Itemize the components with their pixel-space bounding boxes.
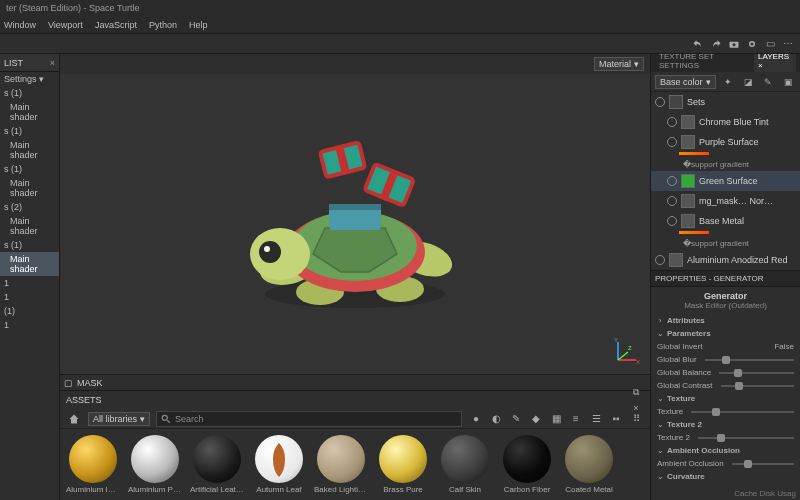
- layer-name: mg_mask… Nor…: [699, 196, 796, 206]
- texture-set-item[interactable]: (1): [0, 304, 59, 318]
- visibility-icon[interactable]: [667, 196, 677, 206]
- texture-set-item[interactable]: 1: [0, 276, 59, 290]
- menu-window[interactable]: Window: [4, 20, 36, 30]
- texture-set-item[interactable]: s (1): [0, 238, 59, 252]
- alpha-icon[interactable]: ◆: [528, 411, 544, 427]
- display-icon[interactable]: ▭: [762, 36, 778, 52]
- param-row[interactable]: Global Contrast: [651, 379, 800, 392]
- brush-icon[interactable]: ✎: [508, 411, 524, 427]
- menu-bar: Window Viewport JavaScript Python Help: [0, 16, 800, 34]
- material-dropdown[interactable]: Material ▾: [594, 57, 644, 71]
- texture-slider[interactable]: [691, 411, 794, 413]
- section-curvature[interactable]: ⌄Curvature: [651, 470, 800, 483]
- param-row[interactable]: Global InvertFalse: [651, 340, 800, 353]
- list-view-icon[interactable]: ☰: [588, 411, 604, 427]
- mask-editor-label[interactable]: Mask Editor (Outdated): [651, 301, 800, 310]
- asset-item[interactable]: Artificial Leather: [190, 435, 244, 494]
- param-slider[interactable]: [721, 385, 794, 387]
- shader-item[interactable]: Main shader: [0, 100, 59, 124]
- visibility-icon[interactable]: [667, 117, 677, 127]
- section-ao[interactable]: ⌄Ambient Occlusion: [651, 444, 800, 457]
- visibility-icon[interactable]: [655, 255, 665, 265]
- search-input[interactable]: Search: [156, 411, 462, 427]
- tab-texture-set-settings[interactable]: TEXTURE SET SETTINGS: [655, 54, 750, 72]
- asset-item[interactable]: Aluminium Insulator: [66, 435, 120, 494]
- section-attributes[interactable]: ›Attributes: [651, 314, 800, 327]
- asset-label: Artificial Leather: [190, 485, 244, 494]
- undo-icon[interactable]: [690, 36, 706, 52]
- asset-label: Autumn Leaf: [252, 485, 306, 494]
- filter-icon[interactable]: ≡: [568, 411, 584, 427]
- visibility-icon[interactable]: [667, 216, 677, 226]
- param-slider[interactable]: [705, 359, 794, 361]
- asset-item[interactable]: Carbon Fiber: [500, 435, 554, 494]
- close-icon[interactable]: ×: [50, 58, 55, 68]
- texture-set-item[interactable]: 1: [0, 290, 59, 304]
- sphere-icon[interactable]: ●: [468, 411, 484, 427]
- param-row[interactable]: Global Balance: [651, 366, 800, 379]
- menu-help[interactable]: Help: [189, 20, 208, 30]
- texture-set-item[interactable]: s (1): [0, 124, 59, 138]
- ao-slider[interactable]: [732, 463, 794, 465]
- asset-item[interactable]: Coated Metal: [562, 435, 616, 494]
- asset-item[interactable]: Calf Skin: [438, 435, 492, 494]
- mask-icon[interactable]: ◪: [740, 74, 756, 90]
- layer-row[interactable]: Sets: [651, 92, 800, 112]
- asset-item[interactable]: Brass Pure: [376, 435, 430, 494]
- visibility-icon[interactable]: [667, 137, 677, 147]
- shader-item[interactable]: Main shader: [0, 176, 59, 200]
- param-slider[interactable]: [719, 372, 794, 374]
- texture-set-item[interactable]: s (1): [0, 86, 59, 100]
- shader-item[interactable]: Main shader: [0, 214, 59, 238]
- texture2-slider[interactable]: [698, 437, 794, 439]
- layer-row[interactable]: Chrome Blue Tint: [651, 112, 800, 132]
- section-parameters[interactable]: ⌄Parameters: [651, 327, 800, 340]
- more-icon[interactable]: ⋯: [780, 36, 796, 52]
- bucket-icon[interactable]: ✎: [760, 74, 776, 90]
- layer-row[interactable]: Aluminium Anodized Red: [651, 250, 800, 270]
- shader-item[interactable]: Main shader: [0, 138, 59, 162]
- library-dropdown[interactable]: All libraries ▾: [88, 412, 150, 426]
- layer-name: Purple Surface: [699, 137, 796, 147]
- axis-gizmo[interactable]: Y X Z: [612, 336, 642, 366]
- 3d-viewport[interactable]: Y X Z: [60, 74, 650, 374]
- layer-row[interactable]: mg_mask… Nor…: [651, 191, 800, 211]
- texture-icon[interactable]: ▦: [548, 411, 564, 427]
- tab-layers[interactable]: LAYERS ×: [754, 54, 796, 72]
- asset-item[interactable]: Baked Lighting Mate: [314, 435, 368, 494]
- smart-material-icon[interactable]: ◐: [488, 411, 504, 427]
- texture-set-item[interactable]: s (2): [0, 200, 59, 214]
- redo-icon[interactable]: [708, 36, 724, 52]
- layer-row[interactable]: Purple Surface: [651, 132, 800, 152]
- top-toolbar: ▭ ⋯: [0, 34, 800, 54]
- settings-icon[interactable]: [744, 36, 760, 52]
- asset-item[interactable]: Aluminium Pure: [128, 435, 182, 494]
- section-texture[interactable]: ⌄Texture: [651, 392, 800, 405]
- popout-icon[interactable]: ⧉: [628, 384, 644, 400]
- visibility-icon[interactable]: [667, 176, 677, 186]
- layer-row[interactable]: Base Metal: [651, 211, 800, 231]
- layer-name: Chrome Blue Tint: [699, 117, 796, 127]
- section-texture2[interactable]: ⌄Texture 2: [651, 418, 800, 431]
- menu-viewport[interactable]: Viewport: [48, 20, 83, 30]
- visibility-icon[interactable]: [655, 97, 665, 107]
- asset-item[interactable]: Autumn Leaf: [252, 435, 306, 494]
- layer-row[interactable]: Green Surface: [651, 171, 800, 191]
- settings-dropdown[interactable]: Settings ▾: [0, 72, 59, 86]
- menu-javascript[interactable]: JavaScript: [95, 20, 137, 30]
- param-row[interactable]: Global Blur: [651, 353, 800, 366]
- layer-thumb: [681, 194, 695, 208]
- asset-label: Baked Lighting Mate: [314, 485, 368, 494]
- grid-small-icon[interactable]: ⠿: [628, 411, 644, 427]
- grid-view-icon[interactable]: ▪▪: [608, 411, 624, 427]
- camera-icon[interactable]: [726, 36, 742, 52]
- texture-set-item[interactable]: 1: [0, 318, 59, 332]
- wand-icon[interactable]: ✦: [720, 74, 736, 90]
- asset-thumb: [379, 435, 427, 483]
- shader-item[interactable]: Main shader: [0, 252, 59, 276]
- home-icon[interactable]: [66, 411, 82, 427]
- folder-icon[interactable]: ▣: [780, 74, 796, 90]
- texture-set-item[interactable]: s (1): [0, 162, 59, 176]
- menu-python[interactable]: Python: [149, 20, 177, 30]
- channel-dropdown[interactable]: Base color ▾: [655, 75, 716, 89]
